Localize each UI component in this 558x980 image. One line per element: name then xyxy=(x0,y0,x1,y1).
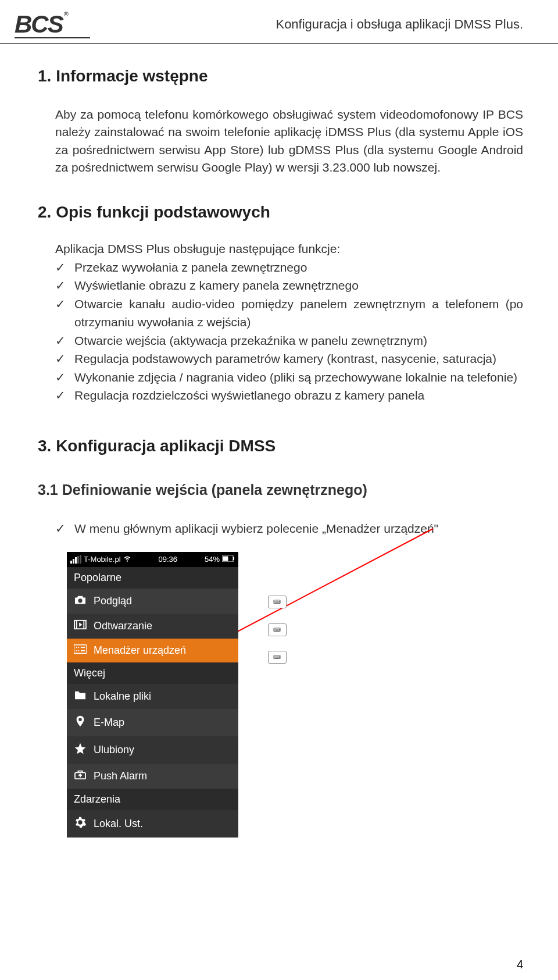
trademark-icon: ® xyxy=(64,10,69,17)
list-item-text: Otwarcie wejścia (aktywacja przekaźnika … xyxy=(74,332,427,350)
menu-local-files[interactable]: Lokalne pliki xyxy=(67,684,238,709)
battery-label: 54% xyxy=(205,555,220,564)
wifi-icon xyxy=(123,554,131,564)
check-icon: ✓ xyxy=(55,350,66,368)
section-3-heading: 3. Konfiguracja aplikacji DMSS xyxy=(38,437,523,455)
time-label: 09:36 xyxy=(159,555,178,564)
page-header: BCS ® Konfiguracja i obsługa aplikacji D… xyxy=(0,0,558,44)
svg-rect-14 xyxy=(81,647,85,648)
phone-screenshot-area: T-Mobile.pl 09:36 54% Popolarne xyxy=(67,552,264,838)
menu-label: Lokal. Ust. xyxy=(94,818,143,830)
instruction-text: W menu głównym aplikacji wybierz polecen… xyxy=(74,522,438,536)
menu-label: Podgląd xyxy=(94,595,132,607)
svg-rect-15 xyxy=(81,650,85,651)
phone-mockup: T-Mobile.pl 09:36 54% Popolarne xyxy=(67,552,238,838)
section-2-heading: 2. Opis funkcji podstawowych xyxy=(38,203,523,222)
playback-icon xyxy=(74,619,87,633)
svg-rect-7 xyxy=(83,621,84,629)
menu-label: Ulubiony xyxy=(94,744,134,756)
menu-preview[interactable]: Podgląd xyxy=(67,589,238,614)
menu-local-settings[interactable]: Lokal. Ust. xyxy=(67,810,238,838)
gear-icon xyxy=(74,816,87,832)
check-icon: ✓ xyxy=(55,522,66,536)
page-number: 4 xyxy=(517,958,523,971)
menu-label: Push Alarm xyxy=(94,770,147,782)
pin-icon xyxy=(74,715,87,730)
list-item-text: Przekaz wywołania z panela zewnętrznego xyxy=(74,258,307,277)
menu-favorite[interactable]: Ulubiony xyxy=(67,736,238,764)
list-item: ✓Regulacja podstawowych parametrów kamer… xyxy=(55,350,523,368)
check-icon: ✓ xyxy=(55,258,66,277)
carrier-label: T-Mobile.pl xyxy=(84,555,121,564)
list-item: ✓Wykonanie zdjęcia / nagrania video (pli… xyxy=(55,368,523,387)
menu-section-more: Więcej xyxy=(67,662,238,684)
list-item-text: Regulacja rozdzielczości wyświetlanego o… xyxy=(74,386,424,405)
svg-point-11 xyxy=(78,647,79,648)
keyboard-icon: ⌨ xyxy=(268,623,287,636)
menu-label: Lokalne pliki xyxy=(94,690,151,703)
menu-device-manager[interactable]: Menadżer urządzeń xyxy=(67,639,238,662)
svg-point-10 xyxy=(76,647,77,648)
camera-icon xyxy=(74,594,87,608)
keyboard-icon: ⌨ xyxy=(268,651,287,664)
svg-line-0 xyxy=(206,529,433,648)
menu-emap[interactable]: E-Map xyxy=(67,709,238,736)
svg-marker-8 xyxy=(79,622,82,626)
svg-point-13 xyxy=(78,650,79,651)
signal-icon xyxy=(70,555,81,564)
feature-list: ✓Przekaz wywołania z panela zewnętrznego… xyxy=(55,258,523,405)
page-content: 1. Informacje wstępne Aby za pomocą tele… xyxy=(0,44,558,838)
check-icon: ✓ xyxy=(55,386,66,405)
menu-playback[interactable]: Odtwarzanie xyxy=(67,614,238,639)
star-icon xyxy=(74,742,87,758)
instruction-item: ✓ W menu głównym aplikacji wybierz polec… xyxy=(55,522,523,536)
list-item: ✓Otwarcie kanału audio-video pomiędzy pa… xyxy=(55,295,523,332)
battery-icon xyxy=(222,555,235,564)
svg-rect-9 xyxy=(74,644,87,653)
list-item: ✓Otwarcie wejścia (aktywacja przekaźnika… xyxy=(55,332,523,350)
menu-push-alarm[interactable]: Push Alarm xyxy=(67,764,238,789)
document-title: Konfiguracja i obsługa aplikacji DMSS Pl… xyxy=(276,17,523,32)
list-item: ✓Przekaz wywołania z panela zewnętrznego xyxy=(55,258,523,277)
svg-point-12 xyxy=(76,650,77,651)
menu-label: E-Map xyxy=(94,717,124,729)
section-3-1-heading: 3.1 Definiowanie wejścia (panela zewnętr… xyxy=(38,482,523,498)
list-item: ✓Regulacja rozdzielczości wyświetlanego … xyxy=(55,386,523,405)
list-item-text: Otwarcie kanału audio-video pomiędzy pan… xyxy=(74,295,523,332)
menu-label: Odtwarzanie xyxy=(94,620,152,632)
svg-rect-6 xyxy=(76,621,77,629)
svg-rect-4 xyxy=(233,557,234,560)
check-icon: ✓ xyxy=(55,332,66,350)
menu-label: Menadżer urządzeń xyxy=(94,644,186,657)
svg-rect-3 xyxy=(223,557,228,561)
menu-section-events: Zdarzenia xyxy=(67,789,238,810)
list-item-text: Wyświetlanie obrazu z kamery panela zewn… xyxy=(74,276,359,295)
section-1-heading: 1. Informacje wstępne xyxy=(38,67,523,85)
check-icon: ✓ xyxy=(55,368,66,387)
logo-text: BCS xyxy=(15,10,63,38)
section-1-paragraph: Aby za pomocą telefonu komórkowego obsłu… xyxy=(55,106,523,177)
list-item-text: Regulacja podstawowych parametrów kamery… xyxy=(74,350,496,368)
section-2-intro: Aplikacja DMSS Plus obsługuje następując… xyxy=(55,242,523,256)
list-item: ✓Wyświetlanie obrazu z kamery panela zew… xyxy=(55,276,523,295)
status-bar: T-Mobile.pl 09:36 54% xyxy=(67,552,238,567)
check-icon: ✓ xyxy=(55,295,66,313)
check-icon: ✓ xyxy=(55,276,66,295)
push-icon xyxy=(74,769,87,783)
folder-icon xyxy=(74,690,87,703)
device-icon xyxy=(74,644,87,657)
menu-section-popular: Popolarne xyxy=(67,567,238,589)
list-item-text: Wykonanie zdjęcia / nagrania video (plik… xyxy=(74,368,517,387)
keyboard-icon: ⌨ xyxy=(268,596,287,608)
logo: BCS ® xyxy=(15,10,90,38)
